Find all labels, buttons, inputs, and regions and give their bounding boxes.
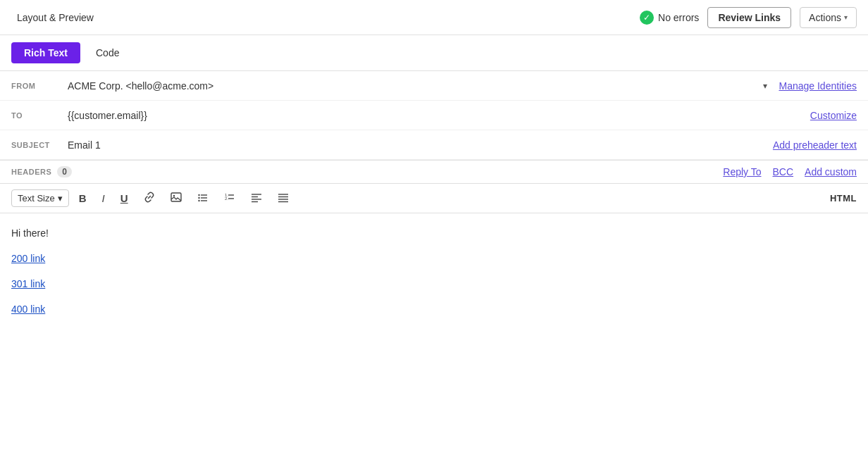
subject-field-row: SUBJECT Email 1 Add preheader text — [0, 130, 868, 160]
add-custom-link[interactable]: Add custom — [805, 166, 857, 177]
link-200[interactable]: 200 link — [11, 253, 857, 264]
subject-value[interactable]: Email 1 — [68, 139, 773, 151]
ordered-list-icon: 1. 2. — [224, 192, 235, 205]
top-bar: Layout & Preview ✓ No errors Review Link… — [0, 0, 868, 35]
underline-icon: U — [120, 192, 128, 204]
headers-count-badge: 0 — [57, 166, 72, 177]
from-dropdown-icon[interactable]: ▾ — [763, 81, 767, 91]
underline-button[interactable]: U — [115, 189, 134, 208]
from-field-row: FROM ACME Corp. <hello@acme.com> ▾ Manag… — [0, 71, 868, 101]
greeting-text: Hi there! — [11, 227, 857, 239]
actions-button[interactable]: Actions ▾ — [800, 7, 857, 28]
to-value[interactable]: {{customer.email}} — [68, 110, 810, 121]
tab-bar: Rich Text Code — [0, 35, 868, 71]
subject-label: SUBJECT — [11, 141, 68, 149]
top-bar-right: ✓ No errors Review Links Actions ▾ — [640, 7, 857, 28]
svg-point-6 — [198, 200, 199, 201]
tab-rich-text[interactable]: Rich Text — [11, 42, 80, 63]
svg-text:2.: 2. — [225, 196, 228, 201]
headers-row: HEADERS 0 Reply To BCC Add custom — [0, 161, 868, 184]
unordered-list-icon — [197, 192, 209, 205]
review-links-button[interactable]: Review Links — [707, 7, 791, 28]
to-field-row: TO {{customer.email}} Customize — [0, 101, 868, 130]
add-preheader-link[interactable]: Add preheader text — [773, 139, 857, 151]
bold-icon: B — [79, 192, 87, 204]
image-icon — [170, 192, 182, 205]
align-left-icon — [251, 192, 262, 205]
headers-left: HEADERS 0 — [11, 166, 72, 177]
editor-area[interactable]: Hi there! 200 link 301 link 400 link — [0, 213, 868, 425]
no-errors-indicator: ✓ No errors — [640, 11, 699, 25]
svg-point-1 — [173, 195, 174, 196]
customize-link[interactable]: Customize — [810, 110, 857, 121]
layout-preview-button[interactable]: Layout & Preview — [11, 9, 99, 26]
link-icon — [144, 192, 155, 205]
manage-identities-link[interactable]: Manage Identities — [779, 80, 857, 92]
italic-button[interactable]: I — [97, 189, 111, 208]
tab-code[interactable]: Code — [83, 42, 132, 63]
ordered-list-button[interactable]: 1. 2. — [218, 188, 241, 208]
top-bar-left: Layout & Preview — [11, 9, 99, 26]
text-size-label: Text Size — [18, 193, 55, 204]
text-size-selector[interactable]: Text Size ▾ — [11, 189, 69, 207]
image-button[interactable] — [165, 188, 187, 208]
svg-rect-0 — [171, 193, 181, 201]
chevron-down-icon: ▾ — [844, 13, 848, 21]
headers-actions: Reply To BCC Add custom — [723, 166, 857, 177]
no-errors-label: No errors — [658, 12, 699, 23]
bcc-link[interactable]: BCC — [773, 166, 794, 177]
link-button[interactable] — [138, 188, 161, 208]
from-value: ACME Corp. <hello@acme.com> — [68, 80, 757, 92]
italic-icon: I — [102, 192, 105, 204]
html-label[interactable]: HTML — [830, 193, 857, 204]
svg-point-4 — [198, 197, 199, 199]
headers-label: HEADERS — [11, 168, 51, 176]
from-label: FROM — [11, 82, 68, 90]
email-fields: FROM ACME Corp. <hello@acme.com> ▾ Manag… — [0, 71, 868, 161]
checkmark-icon: ✓ — [640, 11, 654, 25]
toolbar-left: Text Size ▾ B I U — [11, 188, 294, 208]
toolbar: Text Size ▾ B I U — [0, 184, 868, 213]
to-label: TO — [11, 111, 68, 120]
justify-button[interactable] — [272, 188, 294, 208]
unordered-list-button[interactable] — [192, 188, 214, 208]
justify-icon — [278, 192, 289, 205]
reply-to-link[interactable]: Reply To — [723, 166, 761, 177]
align-left-button[interactable] — [245, 188, 268, 208]
actions-label: Actions — [809, 12, 841, 23]
link-301[interactable]: 301 link — [11, 278, 857, 289]
svg-point-2 — [198, 194, 199, 196]
text-size-chevron-icon: ▾ — [58, 193, 63, 204]
link-400[interactable]: 400 link — [11, 304, 857, 315]
bold-button[interactable]: B — [73, 189, 92, 208]
